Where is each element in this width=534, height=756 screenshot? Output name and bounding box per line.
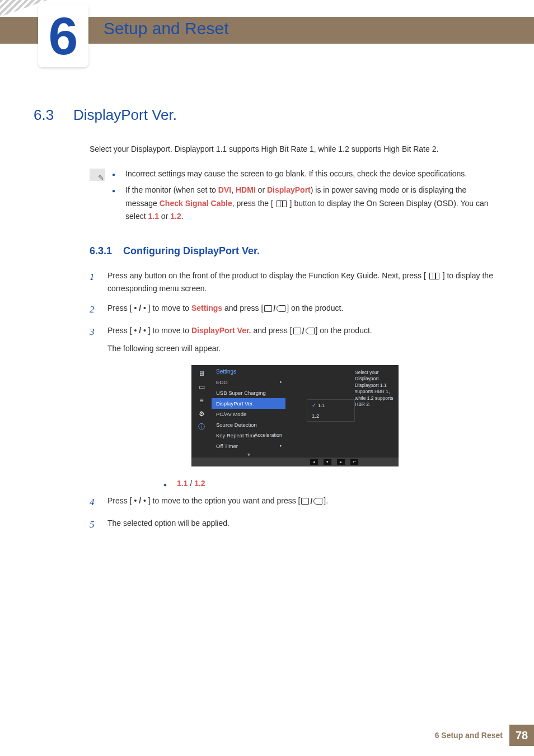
chevron-right-icon: ▸ xyxy=(280,444,282,448)
nav-enter-icon: ↵ xyxy=(350,459,358,465)
osd-footer-nav: ◂ ▾ ▴ ↵ xyxy=(191,458,399,466)
step-text: Press [ • / • ] to move to Settings and … xyxy=(107,302,500,318)
step-row: 2 Press [ • / • ] to move to Settings an… xyxy=(90,302,500,318)
info-icon: ⓘ xyxy=(196,423,207,431)
dvi-label: DVI xyxy=(218,185,231,194)
section-number: 6.3 xyxy=(34,106,59,124)
step-number: 5 xyxy=(90,517,97,533)
step-text: The selected option will be applied. xyxy=(107,517,500,533)
nav-up-icon: ▴ xyxy=(337,459,345,465)
subsection-title: Configuring DisplayPort Ver. xyxy=(123,245,260,257)
gear-icon: ⚙ xyxy=(196,410,207,418)
osd-item-displayport-ver: DisplayPort Ver. xyxy=(212,398,285,409)
step-number: 2 xyxy=(90,302,97,318)
step-text: Press [ • / • ] to move to DisplayPort V… xyxy=(107,324,500,355)
osd-item-source: Source Detection xyxy=(212,419,285,430)
intro-paragraph: Select your Displayport. Displayport 1.1… xyxy=(90,143,500,155)
step-followup: The following screen will appear. xyxy=(107,342,500,355)
chapter-number: 6 xyxy=(49,10,78,63)
picture-icon: ▭ xyxy=(196,383,207,391)
footer-chapter-label: 6 Setup and Reset xyxy=(435,731,503,740)
settings-label: Settings xyxy=(191,304,222,312)
osd-description: Select your Displayport. Displayport 1.1… xyxy=(352,365,399,458)
nav-down-icon: ▾ xyxy=(324,459,331,465)
section-title: DisplayPort Ver. xyxy=(73,106,177,124)
osd-item-usb: USB Super Charging xyxy=(212,388,285,398)
osd-dropdown: 1.1 1.2 xyxy=(307,399,355,422)
ver-1-2: 1.2 xyxy=(194,479,205,488)
displayport-ver-label: DisplayPort Ver. xyxy=(191,326,251,335)
osd-sidebar: 🖥 ▭ ≡ ⚙ ⓘ xyxy=(191,365,212,458)
enter-button-icon: / xyxy=(301,495,322,508)
monitor-icon: 🖥 xyxy=(196,370,207,377)
step-text: Press any button on the front of the pro… xyxy=(107,269,500,295)
osd-item-key-repeat: Key Repeat TimeAcceleration xyxy=(212,430,285,441)
note-text: If the monitor (when set to DVI, HDMI or… xyxy=(125,184,500,222)
step-text: Press [ • / • ] to move to the option yo… xyxy=(107,494,500,510)
note-text: Incorrect settings may cause the screen … xyxy=(125,167,467,180)
page-footer: 6 Setup and Reset 78 xyxy=(435,725,534,746)
steps-list: 1 Press any button on the front of the p… xyxy=(90,269,500,533)
note-item: ● If the monitor (when set to DVI, HDMI … xyxy=(112,184,500,222)
subsection-number: 6.3.1 xyxy=(90,245,112,257)
hdmi-label: HDMI xyxy=(236,185,256,194)
page-content: 6.3 DisplayPort Ver. Select your Display… xyxy=(34,106,500,539)
note-icon xyxy=(90,169,105,181)
menu-button-icon xyxy=(429,273,439,279)
note-item: ● Incorrect settings may cause the scree… xyxy=(112,167,500,180)
bullet-icon: ● xyxy=(112,170,115,180)
step-row: 1 Press any button on the front of the p… xyxy=(90,269,500,295)
chevron-right-icon: ▸ xyxy=(280,380,282,384)
footer-page-number: 78 xyxy=(509,725,534,746)
osd-value: Acceleration xyxy=(254,432,282,438)
step-number: 1 xyxy=(90,269,97,295)
subsection-heading: 6.3.1 Configuring DisplayPort Ver. xyxy=(90,245,500,257)
ver-1-1: 1.1 xyxy=(177,479,188,488)
osd-screenshot: 🖥 ▭ ≡ ⚙ ⓘ Settings ECO▸ USB Super Chargi… xyxy=(191,365,399,466)
step-row: 5 The selected option will be applied. xyxy=(90,517,500,533)
chevron-down-icon: ▾ xyxy=(212,451,285,458)
enter-button-icon: / xyxy=(264,302,285,315)
value-options-line: ● 1.1 / 1.2 xyxy=(163,479,500,488)
ver-1-1: 1.1 xyxy=(148,212,159,221)
list-icon: ≡ xyxy=(196,396,207,404)
ver-1-2: 1.2 xyxy=(170,212,181,221)
chapter-badge: 6 xyxy=(38,4,88,67)
enter-button-icon: / xyxy=(293,325,315,338)
bullet-icon: ● xyxy=(112,186,115,222)
section-heading: 6.3 DisplayPort Ver. xyxy=(34,106,500,124)
menu-button-icon xyxy=(277,200,287,207)
step-number: 3 xyxy=(90,324,97,355)
step-number: 4 xyxy=(90,494,97,510)
displayport-label: DisplayPort xyxy=(267,185,311,194)
note-list: ● Incorrect settings may cause the scree… xyxy=(112,167,500,226)
osd-option-1-1: 1.1 xyxy=(307,400,354,410)
check-signal-cable-label: Check Signal Cable xyxy=(160,199,232,208)
step-row: 3 Press [ • / • ] to move to DisplayPort… xyxy=(90,324,500,355)
osd-item-pcav: PC/AV Mode xyxy=(212,409,285,419)
nav-left-icon: ◂ xyxy=(310,459,318,465)
osd-heading: Settings xyxy=(212,365,285,377)
osd-item-eco: ECO▸ xyxy=(212,377,285,388)
note-callout: ● Incorrect settings may cause the scree… xyxy=(90,167,500,226)
osd-option-1-2: 1.2 xyxy=(307,410,354,421)
osd-menu-column: Settings ECO▸ USB Super Charging Display… xyxy=(212,365,285,458)
step-row: 4 Press [ • / • ] to move to the option … xyxy=(90,494,500,510)
bullet-icon: ● xyxy=(163,482,167,488)
osd-item-off-timer: Off Timer▸ xyxy=(212,441,285,451)
chapter-title: Setup and Reset xyxy=(104,19,229,38)
